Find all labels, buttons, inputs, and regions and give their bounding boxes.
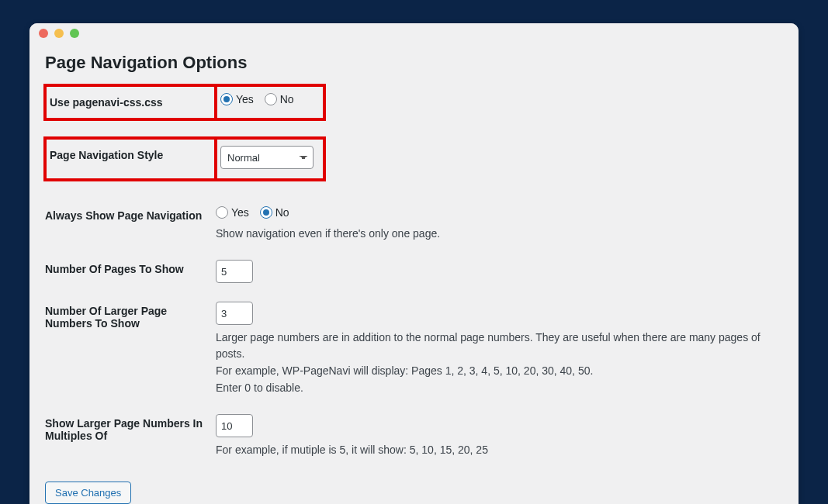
num-larger-input[interactable] (216, 302, 253, 325)
minimize-icon[interactable] (54, 29, 64, 38)
always-show-desc: Show navigation even if there's only one… (216, 226, 775, 241)
zoom-icon[interactable] (70, 29, 79, 38)
save-button[interactable]: Save Changes (45, 482, 131, 504)
yes-label: Yes (236, 93, 254, 105)
num-larger-desc-3: Enter 0 to disable. (216, 380, 775, 395)
no-label: No (275, 206, 289, 219)
option-label-num-larger: Number Of Larger Page Numbers To Show (45, 294, 216, 406)
option-label-always-show: Always Show Page Navigation (45, 198, 216, 252)
always-show-yes-option[interactable]: Yes (216, 206, 254, 219)
option-label-multiples: Show Larger Page Numbers In Multiples Of (45, 406, 216, 468)
multiples-desc: For example, if mutiple is 5, it will sh… (216, 442, 775, 457)
style-select[interactable]: Normal (220, 146, 314, 169)
option-label-use-css: Use pagenavi-css.css (45, 85, 216, 119)
settings-content: Page Navigation Options Use pagenavi-css… (29, 43, 799, 504)
options-form: Use pagenavi-css.css Yes No Page Navigat… (45, 85, 783, 469)
page-title: Page Navigation Options (45, 53, 783, 73)
window-titlebar (29, 23, 799, 43)
close-icon[interactable] (39, 29, 48, 38)
always-show-yes-radio[interactable] (216, 206, 228, 219)
option-label-style: Page Navigation Style (45, 138, 216, 180)
multiples-input[interactable] (216, 414, 253, 437)
num-larger-desc-1: Larger page numbers are in addition to t… (216, 330, 775, 361)
use-css-no-radio[interactable] (265, 93, 277, 105)
use-css-yes-radio[interactable] (220, 93, 233, 105)
always-show-no-radio[interactable] (260, 206, 272, 219)
always-show-no-option[interactable]: No (260, 206, 294, 219)
no-label: No (280, 93, 294, 105)
num-larger-desc-2: For example, WP-PageNavi will display: P… (216, 363, 775, 378)
num-pages-input[interactable] (216, 260, 253, 283)
yes-label: Yes (231, 206, 249, 219)
option-label-num-pages: Number Of Pages To Show (45, 252, 216, 294)
settings-window: Page Navigation Options Use pagenavi-css… (29, 23, 799, 504)
use-css-yes-option[interactable]: Yes (220, 93, 258, 105)
use-css-no-option[interactable]: No (265, 93, 299, 105)
